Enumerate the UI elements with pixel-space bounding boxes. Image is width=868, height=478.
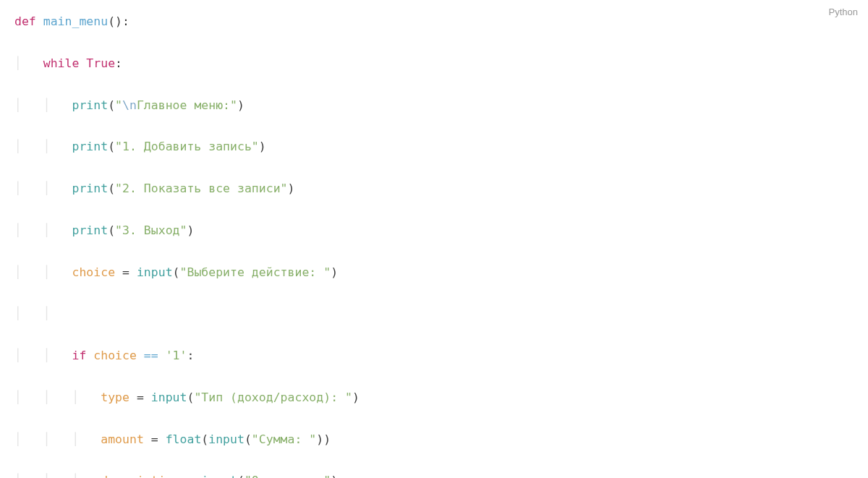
builtin-print: print: [72, 140, 108, 153]
language-label: Python: [829, 4, 858, 21]
var-description: description: [101, 474, 179, 478]
keyword-if: if: [72, 349, 86, 362]
string-literal: "3. Выход": [115, 223, 187, 237]
builtin-print: print: [72, 98, 108, 112]
string-literal: Главное меню:: [137, 98, 230, 112]
paren: (: [108, 14, 115, 28]
string-literal: "Выберите действие: ": [180, 265, 331, 279]
string-literal: "Сумма: ": [252, 432, 316, 446]
keyword-def: def: [14, 14, 36, 28]
string-literal: "2. Показать все записи": [115, 182, 287, 195]
string-literal: '1': [166, 349, 187, 362]
builtin-print: print: [72, 223, 108, 237]
builtin-input: input: [137, 265, 173, 279]
string-literal: "Тип (доход/расход): ": [194, 390, 352, 404]
code-content[interactable]: def main_menu(): │ while True: │ │ print…: [14, 12, 854, 478]
var-type: type: [101, 390, 129, 404]
var-choice: choice: [72, 265, 115, 279]
keyword-true: True: [86, 56, 115, 70]
builtin-print: print: [72, 182, 108, 195]
builtin-float: float: [166, 432, 202, 446]
function-name: main_menu: [43, 14, 108, 28]
string-literal: "1. Добавить запись": [115, 140, 259, 153]
keyword-while: while: [43, 56, 80, 70]
paren: ):: [115, 14, 129, 28]
var-amount: amount: [101, 432, 144, 446]
escape-char: \n: [122, 98, 137, 112]
code-block: Python def main_menu(): │ while True: │ …: [0, 0, 868, 478]
string-literal: "Описание: ": [244, 474, 331, 478]
